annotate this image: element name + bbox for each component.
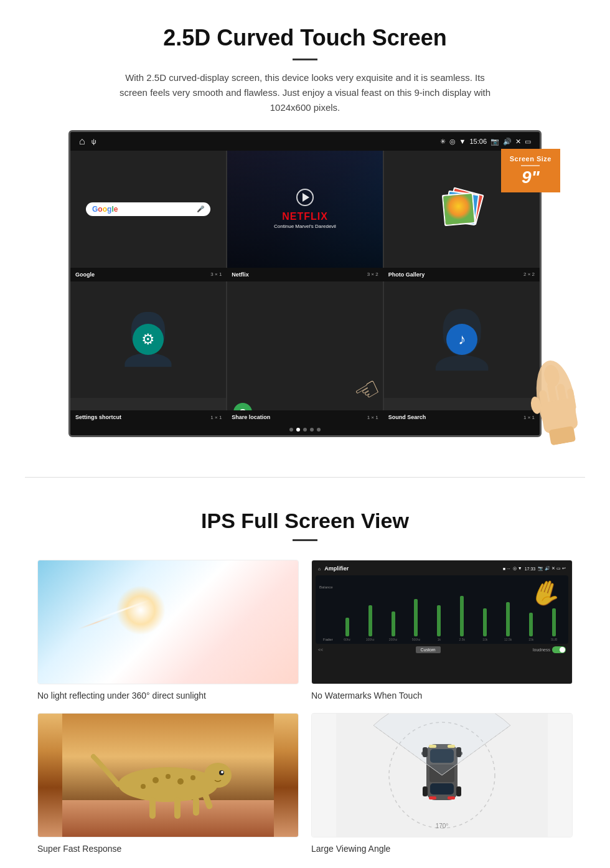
google-tile-content: Google 🎤 xyxy=(70,151,226,268)
netflix-tile-inner: NETFLIX Continue Marvel's Daredevil xyxy=(227,151,383,268)
car-placeholder: 170° xyxy=(311,713,573,837)
eq-freq-label: 500hz xyxy=(412,638,421,641)
eq-y-axis: Balance Fader xyxy=(319,585,333,641)
image-grid: No light reflecting under 360° direct su… xyxy=(37,560,573,854)
eq-label-fader: Fader xyxy=(319,638,333,641)
gear-icon: ⚙ xyxy=(141,331,155,348)
pagination-dot-3 xyxy=(303,428,307,432)
mic-icon: 🎤 xyxy=(197,205,204,212)
section1-description: With 2.5D curved-display screen, this de… xyxy=(112,70,498,115)
eq-bar-1k: 1k xyxy=(428,605,449,641)
eq-bar-fill xyxy=(437,605,441,636)
amp-dots: ■ ··· xyxy=(503,567,510,571)
img-item-cheetah: Super Fast Response xyxy=(37,713,299,854)
eq-bar-fill xyxy=(392,611,395,636)
app-tile-sound[interactable]: 👤 ♪ xyxy=(384,281,540,411)
music-icon-circle: ♪ xyxy=(446,324,477,355)
car-image: 170° xyxy=(312,714,572,837)
svg-text:G: G xyxy=(240,407,246,410)
eq-bar-fill xyxy=(345,618,349,636)
google-tile-inner: Google 🎤 xyxy=(70,151,226,268)
app-tile-share[interactable]: G ☞ xyxy=(227,281,383,411)
music-note-icon: ♪ xyxy=(458,331,466,348)
share-app-size: 1 × 1 xyxy=(367,415,378,420)
amplifier-title: Amplifier xyxy=(324,565,349,572)
eq-bar-fill xyxy=(529,613,533,636)
eq-bar-15k: 15k xyxy=(520,613,542,641)
eq-bar-fill xyxy=(483,608,487,636)
svg-rect-41 xyxy=(429,796,436,800)
eq-freq-label: 2.5k xyxy=(459,638,465,641)
pagination-dot-1 xyxy=(289,428,293,432)
window-icon: ▭ xyxy=(525,138,531,146)
eq-freq-label: 60hz xyxy=(344,638,350,641)
maps-pin-icon: G xyxy=(233,403,252,410)
svg-point-13 xyxy=(204,763,232,788)
app-tile-google[interactable]: Google 🎤 xyxy=(70,151,226,268)
badge-size-value: 9" xyxy=(522,167,540,187)
amp-custom-btn: Custom xyxy=(416,646,441,653)
svg-point-15 xyxy=(166,774,171,779)
toggle-dot xyxy=(560,647,565,653)
img-item-amplifier: ⌂ Amplifier ■ ··· ◎ ▼ 17:33 📷 🔊 ✕ ▭ ↩ xyxy=(311,560,573,701)
amp-nav-left: << xyxy=(318,648,323,652)
svg-rect-11 xyxy=(62,800,274,837)
eq-bar-10k: 10k xyxy=(474,608,495,641)
svg-rect-19 xyxy=(149,797,156,819)
svg-point-18 xyxy=(141,784,146,789)
close-icon: ✕ xyxy=(515,138,521,146)
amp-header: ⌂ Amplifier ■ ··· ◎ ▼ 17:33 📷 🔊 ✕ ▭ ↩ xyxy=(316,564,568,573)
app-tile-settings[interactable]: 👤 ⚙ xyxy=(70,281,226,411)
app-tile-netflix[interactable]: NETFLIX Continue Marvel's Daredevil xyxy=(227,151,383,268)
svg-rect-38 xyxy=(456,786,461,796)
sound-app-name: Sound Search xyxy=(388,414,426,420)
netflix-tile-content: NETFLIX Continue Marvel's Daredevil xyxy=(227,151,383,268)
google-app-size: 3 × 1 xyxy=(210,271,222,277)
app-label-row-1: Google 3 × 1 Netflix 3 × 2 Photo Gallery… xyxy=(70,268,540,281)
netflix-label: Netflix 3 × 2 xyxy=(227,270,383,279)
eq-bar-60hz: 60hz xyxy=(337,618,358,641)
share-app-name: Share location xyxy=(232,414,270,420)
home-icon-amp: ⌂ xyxy=(318,567,321,571)
app-grid-top: Google 🎤 xyxy=(70,151,540,268)
eq-bar-12-5k: 12.5k xyxy=(497,602,518,641)
pagination xyxy=(70,424,540,435)
app-label-row-2: Settings shortcut 1 × 1 Share location 1… xyxy=(70,410,540,424)
netflix-play-button[interactable] xyxy=(296,189,314,206)
section2-title-divider xyxy=(293,539,317,541)
sky-image xyxy=(38,560,298,684)
settings-tile-content: ⚙ xyxy=(70,281,226,399)
eq-bar-200hz: 200hz xyxy=(383,611,404,641)
google-app-name: Google xyxy=(75,271,95,278)
gallery-app-size: 2 × 2 xyxy=(523,271,535,277)
pointing-hand-icon: ☞ xyxy=(348,370,383,410)
amp-loudness-toggle: loudness xyxy=(533,646,566,653)
google-label: Google 3 × 1 xyxy=(70,270,227,279)
amp-wifi: ◎ ▼ xyxy=(513,566,522,571)
eq-bar-100hz: 100hz xyxy=(360,605,381,641)
loudness-label: loudness xyxy=(533,648,550,652)
eq-bar-fill xyxy=(414,599,418,636)
toggle-switch[interactable] xyxy=(552,646,566,653)
share-tile-content: G ☞ xyxy=(227,398,383,410)
amp-footer: << Custom loudness xyxy=(316,646,568,653)
svg-rect-32 xyxy=(430,783,454,795)
gallery-stack xyxy=(443,191,481,228)
settings-app-size: 1 × 1 xyxy=(210,415,222,420)
gallery-label: Photo Gallery 2 × 2 xyxy=(383,270,540,279)
section-ips: IPS Full Screen View No light reflecting… xyxy=(0,502,610,868)
volume-icon: 🔊 xyxy=(503,138,512,146)
google-search-bar[interactable]: Google 🎤 xyxy=(86,202,210,216)
play-triangle-icon xyxy=(303,193,309,202)
amp-header-right: ■ ··· ◎ ▼ 17:33 📷 🔊 ✕ ▭ ↩ xyxy=(503,565,566,572)
gallery-app-name: Photo Gallery xyxy=(388,271,425,278)
amplifier-image: ⌂ Amplifier ■ ··· ◎ ▼ 17:33 📷 🔊 ✕ ▭ ↩ xyxy=(312,560,572,684)
maps-icon-wrapper: G xyxy=(233,403,252,410)
svg-point-17 xyxy=(190,775,195,780)
lens-flare-2 xyxy=(78,616,113,630)
share-label: Share location 1 × 1 xyxy=(227,413,383,422)
svg-rect-37 xyxy=(423,786,428,796)
amplifier-placeholder: ⌂ Amplifier ■ ··· ◎ ▼ 17:33 📷 🔊 ✕ ▭ ↩ xyxy=(311,560,573,684)
svg-point-14 xyxy=(152,777,159,783)
share-tile-inner: G ☞ xyxy=(227,281,383,411)
